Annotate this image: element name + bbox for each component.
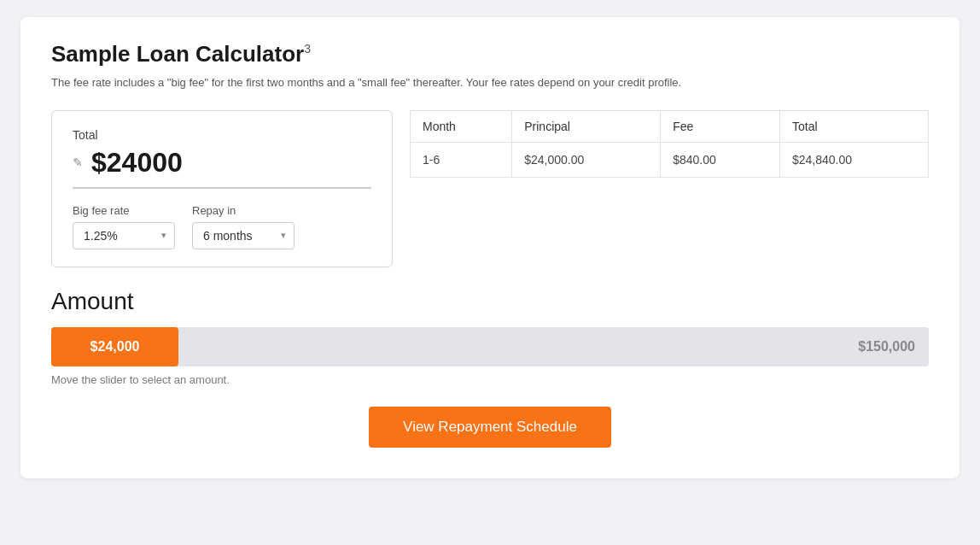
repay-field-group: Repay in 6 months 12 months 18 months 24… [192,204,295,249]
cell-fee: $840.00 [661,142,780,177]
cell-total: $24,840.00 [780,142,929,177]
big-fee-select[interactable]: 1.25% 1.50% 1.75% 2.00% [73,222,175,249]
total-label: Total [73,128,371,142]
fee-repay-row: Big fee rate 1.25% 1.50% 1.75% 2.00% ▾ R… [73,204,371,249]
amount-section: Amount $24,000 $150,000 Move the slider … [51,288,929,386]
total-value-row: ✎ $24000 [73,147,371,189]
col-header-fee: Fee [661,110,780,142]
big-fee-label: Big fee rate [73,204,175,217]
schedule-table: Month Principal Fee Total 1-6$24,000.00$… [410,110,929,178]
total-amount: $24000 [91,147,183,179]
cta-wrapper: View Repayment Schedule [51,407,929,448]
edit-icon[interactable]: ✎ [73,155,83,169]
big-fee-select-wrapper: 1.25% 1.50% 1.75% 2.00% ▾ [73,222,175,249]
repay-label: Repay in [192,204,295,217]
calculator-area: Total ✎ $24000 Big fee rate 1.25% 1.50% … [51,110,929,267]
col-header-principal: Principal [512,110,661,142]
cell-principal: $24,000.00 [512,142,661,177]
amount-heading: Amount [51,288,929,315]
col-header-month: Month [411,110,512,142]
page-title: Sample Loan Calculator3 [51,41,929,67]
slider-track: $24,000 $150,000 [51,327,929,366]
col-header-total: Total [780,110,929,142]
table-row: 1-6$24,000.00$840.00$24,840.00 [411,142,929,177]
repay-select-wrapper: 6 months 12 months 18 months 24 months ▾ [192,222,295,249]
left-panel: Total ✎ $24000 Big fee rate 1.25% 1.50% … [51,110,393,267]
view-repayment-schedule-button[interactable]: View Repayment Schedule [369,407,611,448]
slider-hint: Move the slider to select an amount. [51,373,929,386]
cell-month: 1-6 [411,142,512,177]
repay-select[interactable]: 6 months 12 months 18 months 24 months [192,222,295,249]
big-fee-field-group: Big fee rate 1.25% 1.50% 1.75% 2.00% ▾ [73,204,175,249]
table-header-row: Month Principal Fee Total [411,110,929,142]
right-panel: Month Principal Fee Total 1-6$24,000.00$… [410,110,929,267]
page-wrapper: Sample Loan Calculator3 The fee rate inc… [20,17,960,478]
subtitle: The fee rate includes a "big fee" for th… [51,74,929,91]
